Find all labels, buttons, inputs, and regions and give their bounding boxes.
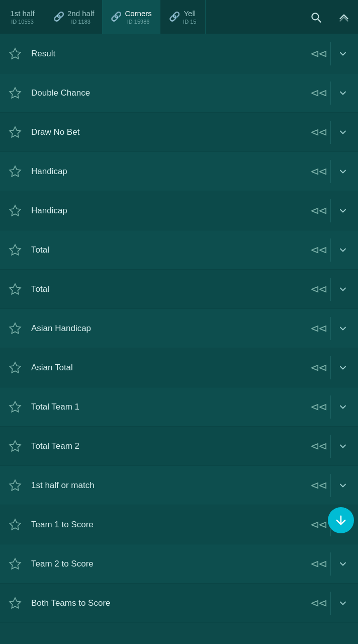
odds-icon-asian-handicap[interactable]: ⊲⊲ bbox=[307, 317, 329, 340]
favorite-star-handicap-2[interactable] bbox=[6, 202, 24, 220]
svg-marker-2 bbox=[10, 127, 21, 137]
divider-total-team-2 bbox=[330, 435, 331, 458]
bet-item-asian-total: Asian Total ⊲⊲ bbox=[0, 348, 358, 387]
odds-icon-both-teams-to-score[interactable]: ⊲⊲ bbox=[307, 592, 329, 614]
bet-item-handicap-1: Handicap ⊲⊲ bbox=[0, 152, 358, 191]
svg-marker-1 bbox=[10, 88, 21, 98]
odds-icon-result[interactable]: ⊲⊲ bbox=[307, 43, 329, 65]
divider-total-2 bbox=[330, 278, 331, 301]
bet-actions-both-teams-to-score: ⊲⊲ bbox=[307, 592, 354, 615]
search-button[interactable] bbox=[302, 0, 330, 34]
odds-icon-asian-total[interactable]: ⊲⊲ bbox=[307, 357, 329, 379]
link-icon-yellow: 🔗 bbox=[169, 11, 180, 22]
favorite-star-team-1-to-score[interactable] bbox=[6, 516, 24, 534]
odds-icon-draw-no-bet[interactable]: ⊲⊲ bbox=[307, 121, 329, 143]
favorite-star-team-2-to-score[interactable] bbox=[6, 555, 24, 573]
bet-label-total-team-1: Total Team 1 bbox=[24, 402, 307, 412]
odds-icon-handicap-1[interactable]: ⊲⊲ bbox=[307, 160, 329, 183]
svg-marker-7 bbox=[10, 323, 21, 334]
expand-button-handicap-1[interactable] bbox=[332, 160, 354, 183]
bet-item-total-team-1: Total Team 1 ⊲⊲ bbox=[0, 387, 358, 427]
odds-icon-total-team-1[interactable]: ⊲⊲ bbox=[307, 396, 329, 418]
expand-button-draw-no-bet[interactable] bbox=[332, 121, 354, 143]
bet-item-result: Result ⊲⊲ bbox=[0, 34, 358, 73]
bet-actions-total-team-2: ⊲⊲ bbox=[307, 435, 354, 458]
favorite-star-total-2[interactable] bbox=[6, 280, 24, 298]
bet-label-both-teams-to-score: Both Teams to Score bbox=[24, 598, 307, 608]
favorite-star-result[interactable] bbox=[6, 45, 24, 63]
svg-marker-0 bbox=[10, 48, 21, 59]
expand-button-total-team-2[interactable] bbox=[332, 435, 354, 457]
odds-icon-total-1[interactable]: ⊲⊲ bbox=[307, 239, 329, 261]
expand-button-1st-half-or-match[interactable] bbox=[332, 474, 354, 497]
bet-label-handicap-2: Handicap bbox=[24, 206, 307, 216]
tab-yellow-id: ID 15 bbox=[183, 19, 196, 25]
favorite-star-total-team-1[interactable] bbox=[6, 398, 24, 416]
expand-button-handicap-2[interactable] bbox=[332, 200, 354, 222]
odds-icon-1st-half-or-match[interactable]: ⊲⊲ bbox=[307, 474, 329, 497]
tab-yellow[interactable]: 🔗 Yell ID 15 bbox=[160, 0, 206, 34]
tab-corners[interactable]: 🔗 Corners ID 15986 bbox=[103, 0, 160, 34]
expand-button-asian-handicap[interactable] bbox=[332, 317, 354, 340]
favorite-star-total-team-2[interactable] bbox=[6, 437, 24, 455]
bet-label-handicap-1: Handicap bbox=[24, 167, 307, 177]
favorite-star-draw-no-bet[interactable] bbox=[6, 123, 24, 141]
bet-label-draw-no-bet: Draw No Bet bbox=[24, 127, 307, 137]
expand-button-double-chance[interactable] bbox=[332, 82, 354, 104]
odds-icon-double-chance[interactable]: ⊲⊲ bbox=[307, 82, 329, 104]
svg-marker-12 bbox=[10, 519, 21, 530]
bet-actions-total-2: ⊲⊲ bbox=[307, 278, 354, 301]
bet-item-handicap-2: Handicap ⊲⊲ bbox=[0, 191, 358, 230]
svg-marker-11 bbox=[10, 480, 21, 491]
divider-handicap-2 bbox=[330, 199, 331, 222]
favorite-star-both-teams-to-score[interactable] bbox=[6, 594, 24, 612]
bet-label-double-chance: Double Chance bbox=[24, 88, 307, 98]
tab-2nd-half-title: 2nd half bbox=[67, 9, 94, 18]
link-icon-corners: 🔗 bbox=[111, 11, 122, 22]
divider-draw-no-bet bbox=[330, 121, 331, 144]
bet-actions-total-1: ⊲⊲ bbox=[307, 238, 354, 262]
bet-item-double-chance: Double Chance ⊲⊲ bbox=[0, 73, 358, 113]
link-icon-2nd-half: 🔗 bbox=[53, 11, 64, 22]
odds-icon-team-2-to-score[interactable]: ⊲⊲ bbox=[307, 553, 329, 575]
bet-actions-handicap-1: ⊲⊲ bbox=[307, 160, 354, 183]
bet-label-result: Result bbox=[24, 49, 307, 59]
bet-item-total-team-2: Total Team 2 ⊲⊲ bbox=[0, 427, 358, 466]
svg-marker-14 bbox=[10, 598, 21, 608]
odds-icon-total-2[interactable]: ⊲⊲ bbox=[307, 278, 329, 300]
bet-actions-double-chance: ⊲⊲ bbox=[307, 82, 354, 105]
bet-actions-1st-half-or-match: ⊲⊲ bbox=[307, 474, 354, 497]
bet-label-total-team-2: Total Team 2 bbox=[24, 441, 307, 451]
tab-1st-half-id: ID 10553 bbox=[11, 19, 34, 25]
scroll-fab[interactable] bbox=[328, 507, 354, 533]
search-icon bbox=[309, 11, 322, 24]
divider-1st-half-or-match bbox=[330, 474, 331, 497]
tab-1st-half[interactable]: 1st half ID 10553 bbox=[0, 0, 45, 34]
divider-result bbox=[330, 42, 331, 65]
bet-actions-asian-total: ⊲⊲ bbox=[307, 356, 354, 379]
expand-button-total-2[interactable] bbox=[332, 278, 354, 300]
odds-icon-total-team-2[interactable]: ⊲⊲ bbox=[307, 435, 329, 457]
expand-button-total-1[interactable] bbox=[332, 239, 354, 261]
favorite-star-total-1[interactable] bbox=[6, 241, 24, 259]
collapse-button[interactable] bbox=[330, 0, 358, 34]
favorite-star-asian-total[interactable] bbox=[6, 359, 24, 377]
expand-button-both-teams-to-score[interactable] bbox=[332, 592, 354, 614]
favorite-star-handicap-1[interactable] bbox=[6, 163, 24, 181]
expand-button-total-team-1[interactable] bbox=[332, 396, 354, 418]
favorite-star-1st-half-or-match[interactable] bbox=[6, 476, 24, 495]
expand-button-team-2-to-score[interactable] bbox=[332, 553, 354, 575]
tab-corners-title: Corners bbox=[125, 9, 151, 18]
divider-asian-total bbox=[330, 356, 331, 379]
top-navigation: 1st half ID 10553 🔗 2nd half ID 1183 🔗 C… bbox=[0, 0, 358, 34]
expand-button-result[interactable] bbox=[332, 43, 354, 65]
odds-icon-handicap-2[interactable]: ⊲⊲ bbox=[307, 200, 329, 222]
favorite-star-asian-handicap[interactable] bbox=[6, 319, 24, 338]
svg-marker-5 bbox=[10, 245, 21, 255]
odds-icon-team-1-to-score[interactable]: ⊲⊲ bbox=[307, 514, 329, 536]
svg-marker-6 bbox=[10, 284, 21, 294]
expand-button-asian-total[interactable] bbox=[332, 357, 354, 379]
favorite-star-double-chance[interactable] bbox=[6, 84, 24, 102]
tab-2nd-half[interactable]: 🔗 2nd half ID 1183 bbox=[45, 0, 103, 34]
bet-item-team-2-to-score: Team 2 to Score ⊲⊲ bbox=[0, 544, 358, 584]
